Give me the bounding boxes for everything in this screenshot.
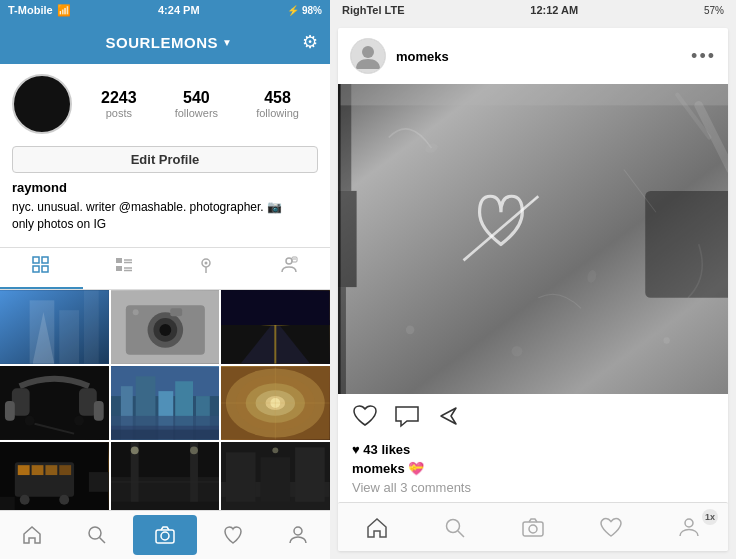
username-header[interactable]: SOURLEMONS ▼ bbox=[106, 34, 233, 51]
posts-count: 2243 bbox=[101, 89, 137, 107]
post-caption: momeks 💝 bbox=[338, 459, 728, 478]
tab-location[interactable] bbox=[165, 248, 248, 289]
bio-line1: nyc. unusual. writer @mashable. photogra… bbox=[12, 199, 318, 216]
grid-item-camera[interactable] bbox=[111, 290, 220, 364]
time-right: 12:12 AM bbox=[530, 4, 578, 16]
bottom-nav-left bbox=[0, 510, 330, 559]
svg-rect-96 bbox=[338, 191, 357, 287]
grid-item-ceiling[interactable] bbox=[221, 366, 330, 440]
photo-grid bbox=[0, 290, 330, 510]
svg-point-87 bbox=[89, 527, 101, 539]
gear-icon[interactable]: ⚙ bbox=[302, 31, 318, 53]
wifi-icon: 📶 bbox=[57, 4, 71, 17]
svg-point-93 bbox=[362, 46, 374, 58]
tab-list[interactable] bbox=[83, 248, 166, 289]
comment-button[interactable] bbox=[394, 404, 420, 434]
grid-item-street-dark1[interactable] bbox=[111, 442, 220, 510]
stats-row: 2243 posts 540 followers 458 following bbox=[82, 89, 318, 119]
left-panel: T-Mobile 📶 4:24 PM ⚡ 98% SOURLEMONS ▼ ⚙ … bbox=[0, 0, 330, 559]
profile-top: 2243 posts 540 followers 458 following bbox=[12, 74, 318, 134]
nav-profile-left[interactable] bbox=[266, 511, 330, 559]
battery-percent-right: 57% bbox=[704, 5, 724, 16]
post-avatar bbox=[350, 38, 386, 74]
status-left-info: T-Mobile 📶 bbox=[8, 4, 71, 17]
grid-icon bbox=[32, 256, 50, 279]
person-tag-icon bbox=[280, 256, 298, 279]
nav-heart-right[interactable] bbox=[572, 503, 650, 551]
nav-home-left[interactable] bbox=[0, 511, 64, 559]
svg-rect-65 bbox=[32, 465, 44, 475]
svg-point-113 bbox=[685, 519, 693, 527]
stat-following[interactable]: 458 following bbox=[256, 89, 299, 119]
svg-rect-19 bbox=[59, 310, 79, 363]
profile-name: raymond bbox=[12, 179, 318, 197]
svg-point-90 bbox=[161, 532, 169, 540]
carrier-right: RighTel LTE bbox=[342, 4, 405, 16]
svg-rect-64 bbox=[18, 465, 30, 475]
tab-tag[interactable] bbox=[248, 248, 331, 289]
view-comments-link[interactable]: View all 3 comments bbox=[338, 478, 728, 497]
ig-header-left: SOURLEMONS ▼ ⚙ bbox=[0, 20, 330, 64]
svg-rect-2 bbox=[42, 257, 48, 263]
likes-count: 43 likes bbox=[363, 442, 410, 457]
svg-point-112 bbox=[529, 525, 537, 533]
svg-rect-38 bbox=[5, 401, 15, 421]
grid-item-headphones[interactable] bbox=[0, 366, 109, 440]
svg-point-40 bbox=[25, 416, 35, 426]
svg-rect-108 bbox=[341, 84, 728, 105]
username-text: SOURLEMONS bbox=[106, 34, 219, 51]
svg-rect-85 bbox=[295, 447, 325, 501]
svg-point-13 bbox=[286, 258, 292, 264]
caption-username: momeks bbox=[352, 461, 405, 476]
svg-rect-67 bbox=[59, 465, 71, 475]
grid-item-cityscape[interactable] bbox=[111, 366, 220, 440]
stat-followers[interactable]: 540 followers bbox=[175, 89, 218, 119]
caption-emoji: 💝 bbox=[408, 461, 424, 476]
svg-rect-20 bbox=[84, 290, 99, 363]
post-likes: ♥ 43 likes bbox=[338, 440, 728, 459]
svg-rect-39 bbox=[94, 401, 104, 421]
share-button[interactable] bbox=[436, 404, 462, 434]
bio-line2: only photos on IG bbox=[12, 216, 318, 233]
svg-line-110 bbox=[458, 531, 464, 537]
post-more-button[interactable]: ••• bbox=[691, 46, 716, 67]
grid-item-road-night[interactable] bbox=[221, 290, 330, 364]
like-button[interactable] bbox=[352, 404, 378, 434]
svg-point-106 bbox=[406, 326, 415, 335]
nav-camera-left[interactable] bbox=[133, 515, 197, 555]
svg-point-104 bbox=[663, 337, 669, 343]
post-header: momeks ••• bbox=[338, 28, 728, 84]
zoom-badge: 1x bbox=[702, 509, 718, 525]
nav-heart-left[interactable] bbox=[201, 511, 265, 559]
svg-point-27 bbox=[132, 309, 138, 315]
svg-point-105 bbox=[512, 346, 523, 357]
tab-grid[interactable] bbox=[0, 248, 83, 289]
nav-home-right[interactable] bbox=[338, 503, 416, 551]
post-image bbox=[338, 84, 728, 394]
grid-item-street-dark2[interactable] bbox=[221, 442, 330, 510]
edit-profile-button[interactable]: Edit Profile bbox=[12, 146, 318, 173]
chevron-down-icon: ▼ bbox=[222, 37, 232, 48]
svg-rect-4 bbox=[116, 258, 122, 263]
grid-item-bus-night[interactable] bbox=[0, 442, 109, 510]
nav-profile-right[interactable]: 1x bbox=[650, 503, 728, 551]
svg-point-11 bbox=[205, 261, 208, 264]
status-right-info: ⚡ 98% bbox=[287, 5, 322, 16]
svg-point-41 bbox=[74, 416, 84, 426]
svg-point-77 bbox=[130, 446, 138, 454]
svg-rect-83 bbox=[226, 452, 256, 501]
grid-item-building[interactable] bbox=[0, 290, 109, 364]
svg-rect-70 bbox=[0, 497, 15, 510]
post-username[interactable]: momeks bbox=[396, 49, 681, 64]
heart-filled-icon: ♥ bbox=[352, 442, 363, 457]
svg-point-25 bbox=[159, 324, 171, 336]
nav-search-left[interactable] bbox=[64, 511, 128, 559]
following-label: following bbox=[256, 107, 299, 119]
svg-rect-18 bbox=[30, 300, 55, 363]
nav-camera-right[interactable] bbox=[494, 503, 572, 551]
svg-point-69 bbox=[59, 495, 69, 505]
nav-search-right[interactable] bbox=[416, 503, 494, 551]
post-actions bbox=[338, 394, 728, 440]
svg-rect-74 bbox=[111, 502, 220, 510]
status-bar-left: T-Mobile 📶 4:24 PM ⚡ 98% bbox=[0, 0, 330, 20]
